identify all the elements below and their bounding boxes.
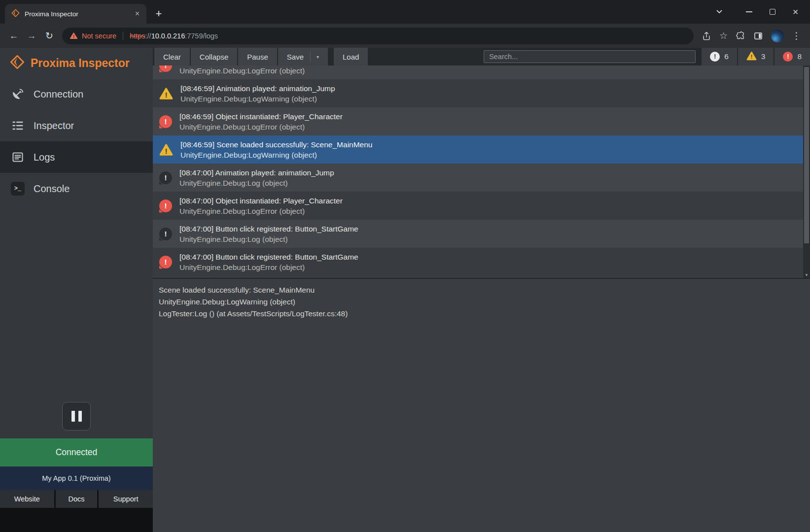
sidebar-footer: Website Docs Support: [0, 490, 153, 508]
error-icon: !: [159, 256, 172, 268]
proxima-logo-icon: [10, 55, 25, 71]
omnibox-divider: [123, 32, 123, 40]
share-icon[interactable]: [702, 31, 711, 41]
log-row[interactable]: ![08:47:00] Animation played: animation_…: [153, 164, 803, 192]
sidebar-item-label: Console: [34, 183, 70, 195]
sidebar: Proxima Inspector Connection: [0, 48, 153, 532]
maximize-button[interactable]: [761, 0, 784, 24]
error-icon: !: [783, 52, 793, 62]
footer-link-docs[interactable]: Docs: [56, 490, 99, 508]
error-count: 8: [797, 52, 802, 61]
log-row[interactable]: ![08:46:59] Animation played: animation_…: [153, 79, 803, 107]
new-tab-button[interactable]: +: [151, 6, 166, 21]
log-message: [08:46:59] Animation played: animation_J…: [180, 83, 335, 94]
log-list-container: !UnityEngine.Debug:LogError (object)![08…: [153, 66, 810, 278]
log-message: [08:47:00] Animation played: animation_J…: [179, 167, 334, 178]
log-entry-text: [08:46:59] Animation played: animation_J…: [180, 83, 335, 104]
back-button[interactable]: ←: [5, 27, 23, 45]
log-message: [08:47:00] Button click registered: Butt…: [179, 224, 358, 234]
maximize-icon: [770, 9, 775, 15]
forward-button[interactable]: →: [23, 27, 40, 45]
log-row[interactable]: !UnityEngine.Debug:LogError (object): [153, 66, 803, 79]
footer-link-website[interactable]: Website: [0, 490, 56, 508]
log-row[interactable]: ![08:47:00] Button click registered: But…: [153, 248, 803, 276]
save-dropdown-caret-icon[interactable]: ▾: [310, 51, 319, 62]
browser-menu-icon[interactable]: ⋮: [792, 30, 801, 41]
bookmark-star-icon[interactable]: ☆: [719, 30, 728, 41]
pause-icon: [71, 411, 75, 422]
log-row[interactable]: ![08:46:59] Object instantiated: Player_…: [153, 107, 803, 135]
list-tree-icon: [11, 119, 25, 132]
error-icon: !: [159, 115, 172, 128]
sidebar-item-connection[interactable]: Connection: [0, 78, 153, 110]
detail-trace: UnityEngine.Debug:LogWarning (object): [159, 296, 804, 308]
log-message: [08:46:59] Scene loaded successfully: Sc…: [180, 139, 372, 150]
save-label: Save: [287, 53, 304, 61]
close-icon: ×: [793, 7, 799, 17]
warning-count-filter[interactable]: ! 3: [737, 48, 774, 66]
log-row[interactable]: ![08:47:00] Button click registered: But…: [153, 220, 803, 248]
log-entry-text: [08:46:59] Object instantiated: Player_C…: [179, 111, 343, 132]
tab-title: Proxima Inspector: [25, 10, 128, 18]
sidebar-void: [0, 508, 153, 532]
log-row[interactable]: ![08:47:00] Object instantiated: Player_…: [153, 192, 803, 220]
browser-window: Proxima Inspector × + × ← → ↻ ! Not secu…: [0, 0, 810, 532]
log-entry-text: [08:47:00] Button click registered: Butt…: [179, 224, 358, 244]
error-icon: !: [159, 66, 172, 72]
info-count-filter[interactable]: ! 6: [701, 48, 737, 66]
pause-button[interactable]: [62, 402, 91, 431]
detail-message: Scene loaded successfully: Scene_MainMen…: [159, 284, 804, 296]
url-host: 10.0.0.216: [151, 32, 185, 40]
extensions-puzzle-icon[interactable]: [736, 31, 745, 41]
tab-search-chevron-icon[interactable]: [707, 0, 731, 24]
log-trace: UnityEngine.Debug:LogWarning (object): [180, 150, 372, 160]
sidebar-item-console[interactable]: >_ Console: [0, 173, 153, 204]
log-trace: UnityEngine.Debug:LogError (object): [179, 262, 358, 272]
svg-text:!: !: [165, 147, 168, 155]
profile-avatar[interactable]: [771, 30, 784, 42]
save-button[interactable]: Save ▾: [278, 48, 329, 66]
app-logo-text: Proxima Inspector: [31, 57, 130, 70]
error-icon: !: [159, 200, 172, 212]
log-scrollbar[interactable]: ▾: [803, 66, 810, 278]
scrollbar-thumb[interactable]: [804, 67, 809, 243]
tab-close-icon[interactable]: ×: [133, 9, 141, 19]
proxima-favicon-icon: [11, 9, 20, 19]
log-entry-text: [08:47:00] Button click registered: Butt…: [179, 252, 358, 272]
logs-toolbar: Clear Collapse Pause Save ▾ Load ! 6: [153, 48, 810, 66]
url-path: :7759/logs: [185, 32, 218, 40]
log-trace: UnityEngine.Debug:LogError (object): [179, 206, 343, 216]
pause-logs-button[interactable]: Pause: [238, 48, 278, 66]
log-entry-text: [08:47:00] Object instantiated: Player_C…: [179, 196, 343, 216]
terminal-icon: >_: [11, 182, 25, 196]
address-bar[interactable]: ! Not secure https://10.0.0.216:7759/log…: [62, 28, 694, 44]
minimize-button[interactable]: [738, 0, 761, 24]
not-secure-label[interactable]: Not secure: [82, 32, 116, 40]
satellite-dish-icon: [11, 88, 25, 100]
clear-button[interactable]: Clear: [154, 48, 191, 66]
scrollbar-down-arrow-icon[interactable]: ▾: [803, 272, 810, 277]
sidebar-item-logs[interactable]: Logs: [0, 141, 153, 173]
sidebar-item-label: Logs: [34, 152, 55, 163]
log-trace: UnityEngine.Debug:Log (object): [179, 234, 358, 244]
load-button[interactable]: Load: [334, 48, 369, 66]
browser-tab[interactable]: Proxima Inspector ×: [5, 4, 146, 24]
app-logo: Proxima Inspector: [0, 48, 153, 78]
error-count-filter[interactable]: ! 8: [774, 48, 810, 66]
main-panel: Clear Collapse Pause Save ▾ Load ! 6: [153, 48, 810, 532]
search-input[interactable]: [484, 50, 696, 63]
log-row[interactable]: ![08:46:59] Scene loaded successfully: S…: [153, 135, 803, 164]
navbar-actions: ☆ ⋮: [698, 30, 805, 42]
log-list: !UnityEngine.Debug:LogError (object)![08…: [153, 66, 803, 278]
app-name-bar: My App 0.1 (Proxima): [0, 466, 153, 490]
url-scheme: https: [130, 32, 145, 40]
collapse-button[interactable]: Collapse: [191, 48, 238, 66]
sidebar-item-inspector[interactable]: Inspector: [0, 110, 153, 141]
url-separator: ://: [145, 32, 151, 40]
reload-button[interactable]: ↻: [40, 27, 58, 45]
close-button[interactable]: ×: [784, 0, 807, 24]
footer-link-support[interactable]: Support: [99, 490, 153, 508]
svg-text:!: !: [165, 91, 168, 99]
info-count: 6: [724, 52, 729, 61]
side-panel-icon[interactable]: [753, 31, 763, 41]
